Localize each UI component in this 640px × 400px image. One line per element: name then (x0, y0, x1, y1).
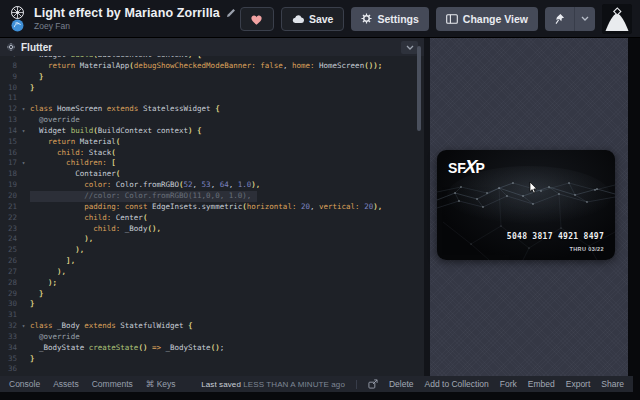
line-number: 32 (2, 321, 17, 332)
code-line[interactable]: 35} (0, 354, 424, 365)
code-line[interactable]: 34 _BodyState createState() => _BodyStat… (0, 343, 424, 354)
code-text: return MaterialApp(debugShowCheckedModeB… (30, 61, 382, 72)
cloud-icon (292, 14, 304, 24)
code-line[interactable]: 12▾class HomeScreen extends StatelessWid… (0, 104, 424, 115)
code-line[interactable]: 14▾ Widget build(BuildContext context) { (0, 126, 424, 137)
editor-pane: Flutter 7 Widget build(BuildContext cont… (0, 38, 424, 376)
comments-tab[interactable]: Comments (92, 379, 133, 389)
editor-scrollbar[interactable] (417, 46, 421, 131)
code-line[interactable]: 20 //color: Color.fromRGBO(11,0,0, 1.0), (0, 191, 424, 202)
code-line[interactable]: 19 color: Color.fromRGBO(52, 53, 64, 1.0… (0, 180, 424, 191)
code-text: return Material( (30, 137, 120, 148)
code-line[interactable]: 10} (0, 83, 424, 94)
code-line[interactable]: 13 @override (0, 115, 424, 126)
code-line[interactable]: 15 return Material( (0, 137, 424, 148)
code-text: child: _Body(), (30, 224, 161, 235)
code-line[interactable]: 29 } (0, 289, 424, 300)
code-line[interactable]: 22 child: Center( (0, 213, 424, 224)
code-line[interactable]: 33 @override (0, 332, 424, 343)
fold-spacer (17, 148, 30, 159)
app-window: Light effect by Mariano Zorrilla Zoey Fa… (0, 0, 640, 400)
fold-spacer (17, 289, 30, 300)
heart-icon (249, 12, 264, 26)
change-view-button[interactable]: Change View (436, 7, 538, 31)
share-button[interactable]: Share (601, 379, 624, 389)
gear-icon (361, 13, 372, 24)
keys-tab[interactable]: ⌘ Keys (146, 379, 176, 389)
save-button[interactable]: Save (281, 7, 345, 31)
fold-icon[interactable]: ▾ (17, 321, 30, 332)
export-button[interactable]: Export (566, 379, 591, 389)
credit-card: SFXP 5048 3817 4921 8497 THRU 03/22 (437, 150, 615, 260)
line-number: 22 (2, 213, 17, 224)
code-text: padding: const EdgeInsets.symmetric(hori… (30, 202, 382, 213)
user-avatar[interactable] (602, 4, 632, 34)
card-number: 5048 3817 4921 8497 (507, 232, 604, 241)
fold-spacer (17, 299, 30, 310)
right-edge-strip (628, 38, 640, 376)
chevron-down-icon (406, 45, 414, 50)
line-number: 18 (2, 169, 17, 180)
add-to-collection-button[interactable]: Add to Collection (425, 379, 489, 389)
embed-button[interactable]: Embed (528, 379, 555, 389)
code-line[interactable]: 17▾ children: [ (0, 158, 424, 169)
fold-spacer (17, 364, 30, 375)
code-line[interactable]: 32▾class _Body extends StatefulWidget { (0, 321, 424, 332)
main-area: Flutter 7 Widget build(BuildContext cont… (0, 38, 640, 376)
code-area[interactable]: 7 Widget build(BuildContext context) {8 … (0, 56, 424, 377)
code-text: class HomeScreen extends StatelessWidget… (30, 104, 220, 115)
code-line[interactable]: 27 ), (0, 267, 424, 278)
fold-spacer (17, 61, 30, 72)
tab-gear-icon (6, 42, 16, 52)
code-line[interactable]: 23 child: _Body(), (0, 224, 424, 235)
code-line[interactable]: 24 ), (0, 234, 424, 245)
assets-tab[interactable]: Assets (53, 379, 79, 389)
code-text: } (30, 299, 35, 310)
pin-button[interactable] (545, 7, 574, 31)
code-text: ), (30, 245, 84, 256)
external-link-button[interactable] (368, 379, 378, 389)
fork-button[interactable]: Fork (500, 379, 517, 389)
code-text: Widget build(BuildContext context) { (30, 126, 202, 137)
line-number: 8 (2, 61, 17, 72)
delete-button[interactable]: Delete (389, 379, 414, 389)
code-line[interactable]: 11 (0, 93, 424, 104)
tab-flutter-label[interactable]: Flutter (21, 42, 52, 53)
pin-dropdown-button[interactable] (574, 7, 595, 31)
editor-collapse-button[interactable] (401, 41, 418, 54)
fold-icon[interactable]: ▾ (17, 126, 30, 137)
brand-logo-group (8, 5, 26, 32)
edit-title-icon[interactable] (226, 8, 236, 18)
avatar-graphic (602, 4, 632, 34)
code-text: Container( (30, 169, 120, 180)
code-line[interactable]: 25 ), (0, 245, 424, 256)
code-line[interactable]: 36 (0, 364, 424, 375)
like-button[interactable] (240, 7, 274, 31)
fold-spacer (17, 180, 30, 191)
code-line[interactable]: 28 ); (0, 278, 424, 289)
fold-icon[interactable]: ▾ (17, 104, 30, 115)
code-line[interactable]: 18 Container( (0, 169, 424, 180)
line-number: 30 (2, 299, 17, 310)
code-line[interactable]: 21 padding: const EdgeInsets.symmetric(h… (0, 202, 424, 213)
code-line[interactable]: 30} (0, 299, 424, 310)
fold-icon[interactable]: ▾ (17, 158, 30, 169)
console-tab[interactable]: Console (9, 379, 40, 389)
line-number: 11 (2, 93, 17, 104)
mouse-cursor-icon (529, 182, 538, 194)
code-line[interactable]: 8 return MaterialApp(debugShowCheckedMod… (0, 61, 424, 72)
line-number: 36 (2, 364, 17, 375)
code-line[interactable]: 16 child: Stack( (0, 148, 424, 159)
fold-spacer (17, 310, 30, 321)
code-text: ), (30, 234, 93, 245)
line-number: 35 (2, 354, 17, 365)
code-line[interactable]: 9 } (0, 72, 424, 83)
code-line[interactable]: 26 ], (0, 256, 424, 267)
page-subtitle: Zoey Fan (34, 21, 236, 31)
fold-spacer (17, 234, 30, 245)
save-button-label: Save (309, 13, 334, 25)
settings-button[interactable]: Settings (351, 7, 428, 31)
zapp-logo-icon[interactable] (10, 5, 25, 20)
code-line[interactable]: 31 (0, 310, 424, 321)
fold-spacer (17, 202, 30, 213)
